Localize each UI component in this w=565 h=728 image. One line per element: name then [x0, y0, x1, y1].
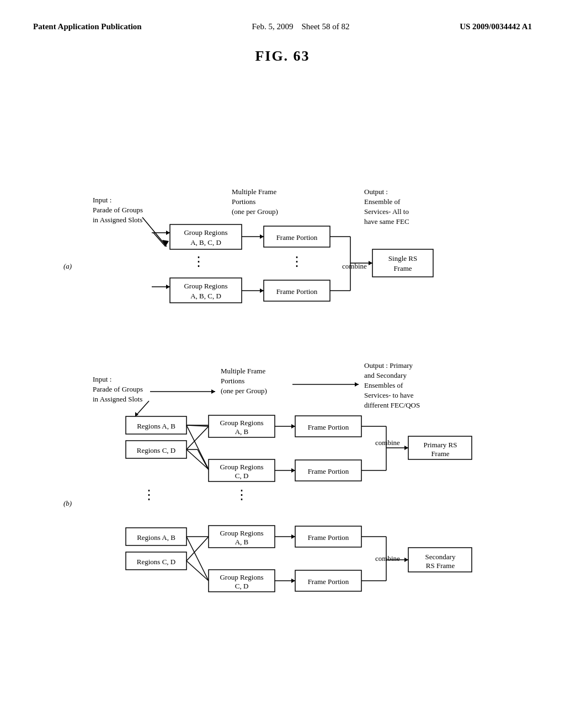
- svg-marker-6: [260, 234, 264, 239]
- mfp-label2-a: Portions: [232, 197, 255, 206]
- diagram-svg: Input : Parade of Groups in Assigned Slo…: [33, 87, 532, 682]
- mfp-label2-b: Portions: [221, 377, 244, 385]
- dots-left-a: ⋮: [192, 254, 205, 269]
- header: Patent Application Publication Feb. 5, 2…: [33, 22, 532, 31]
- group-ab-text2-1: A, B: [235, 427, 249, 436]
- single-rs-frame-box-a: [372, 249, 433, 277]
- svg-marker-43: [291, 579, 295, 583]
- svg-marker-51: [211, 389, 215, 394]
- single-rs-text1-a: Single RS: [388, 254, 417, 263]
- dots-right-b: ⋮: [235, 488, 248, 502]
- output-label2-b: and Secondary: [364, 371, 407, 379]
- group-regions-text1-a: Group Regions: [184, 228, 227, 237]
- header-right: US 2009/0034442 A1: [460, 22, 532, 31]
- combine-text-1-b: combine: [375, 438, 400, 447]
- frame-portion-text-2-a: Frame Portion: [276, 287, 318, 296]
- single-rs-text2-a: Frame: [393, 264, 412, 272]
- mfp-label3-b: (one per Group): [221, 387, 267, 395]
- secondary-rs-text2: RS Frame: [426, 561, 455, 570]
- header-left: Patent Application Publication: [33, 22, 142, 31]
- regions-ab-text-1: Regions A, B: [137, 422, 175, 430]
- svg-line-38: [186, 537, 209, 561]
- input-line2-a: Parade of Groups: [93, 206, 143, 214]
- sheet: Sheet 58 of 82: [301, 22, 349, 31]
- svg-marker-29: [291, 468, 295, 473]
- combine-text-2-b: combine: [375, 554, 400, 563]
- frame-portion-text-4-b: Frame Portion: [308, 577, 349, 586]
- group-cd-text1-1: Group Regions: [220, 463, 263, 471]
- regions-cd-text-2: Regions C, D: [137, 558, 175, 566]
- mfp-label3-a: (one per Group): [232, 207, 278, 216]
- group-cd-text1-2: Group Regions: [220, 573, 263, 581]
- group-regions-text4-a: A, B, C, D: [190, 292, 221, 300]
- primary-rs-text2: Frame: [431, 449, 449, 458]
- output-label1-a: Output :: [364, 188, 388, 196]
- patent-application-publication: Patent Application Publication: [33, 22, 142, 31]
- output-label1-b: Output : Primary: [364, 361, 413, 370]
- output-label3-b: Ensembles of: [364, 381, 403, 389]
- svg-marker-10: [260, 288, 264, 293]
- svg-marker-16: [369, 261, 372, 265]
- header-center: Feb. 5, 2009 Sheet 58 of 82: [252, 22, 349, 31]
- mfp-label1-b: Multiple Frame: [221, 367, 265, 375]
- svg-line-27: [186, 449, 209, 469]
- page: Patent Application Publication Feb. 5, 2…: [0, 0, 565, 728]
- group-ab-text2-2: A, B: [235, 538, 249, 546]
- svg-line-2: [142, 217, 167, 247]
- svg-marker-53: [355, 382, 359, 387]
- b-label: (b): [63, 499, 72, 507]
- primary-rs-text1: Primary RS: [423, 441, 457, 449]
- a-label: (a): [63, 262, 72, 270]
- output-label4-a: have same FEC: [364, 217, 409, 226]
- frame-portion-text-1-a: Frame Portion: [276, 233, 318, 242]
- svg-marker-4: [166, 231, 170, 235]
- patent-number: US 2009/0034442 A1: [460, 22, 532, 31]
- date: Feb. 5, 2009: [252, 22, 293, 31]
- input-line3-b: in Assigned Slots: [93, 395, 142, 403]
- svg-line-26: [186, 426, 209, 449]
- svg-line-37: [186, 537, 209, 581]
- frame-portion-text-2-b: Frame Portion: [308, 467, 349, 475]
- figure-title: FIG. 63: [33, 48, 532, 65]
- svg-line-25: [186, 425, 209, 469]
- group-regions-text3-a: Group Regions: [184, 282, 227, 290]
- output-label5-b: different FEC/QOS: [364, 401, 420, 409]
- group-ab-text1-1: Group Regions: [220, 419, 263, 427]
- svg-line-39: [186, 561, 209, 581]
- output-label4-b: Services- to have: [364, 391, 414, 399]
- frame-portion-text-3-b: Frame Portion: [308, 533, 349, 542]
- svg-marker-21: [291, 424, 295, 429]
- frame-portion-text-1-b: Frame Portion: [308, 423, 349, 431]
- group-cd-text2-1: C, D: [235, 472, 249, 480]
- output-label2-a: Ensemble of: [364, 197, 401, 206]
- input-line3-a: in Assigned Slots: [93, 216, 142, 224]
- svg-marker-8: [166, 285, 170, 289]
- svg-line-0: [153, 233, 166, 247]
- secondary-rs-text1: Secondary: [425, 553, 456, 561]
- group-ab-text1-2: Group Regions: [220, 529, 263, 537]
- output-label3-a: Services- All to: [364, 207, 409, 216]
- group-cd-text2-2: C, D: [235, 582, 249, 590]
- input-label-b: Input :: [93, 375, 111, 383]
- diagram-area: Input : Parade of Groups in Assigned Slo…: [33, 87, 532, 682]
- group-regions-text2-a: A, B, C, D: [190, 238, 221, 247]
- input-label-a: Input :: [93, 196, 111, 204]
- dots-left-b: ⋮: [142, 488, 156, 502]
- input-line2-b: Parade of Groups: [93, 385, 143, 393]
- svg-marker-49: [404, 558, 408, 562]
- regions-cd-text-1: Regions C, D: [137, 446, 175, 454]
- mfp-label1-a: Multiple Frame: [232, 188, 276, 196]
- regions-ab-text-2: Regions A, B: [137, 533, 175, 542]
- svg-marker-41: [291, 534, 295, 539]
- svg-marker-35: [404, 446, 408, 450]
- dots-right-a: ⋮: [290, 254, 303, 269]
